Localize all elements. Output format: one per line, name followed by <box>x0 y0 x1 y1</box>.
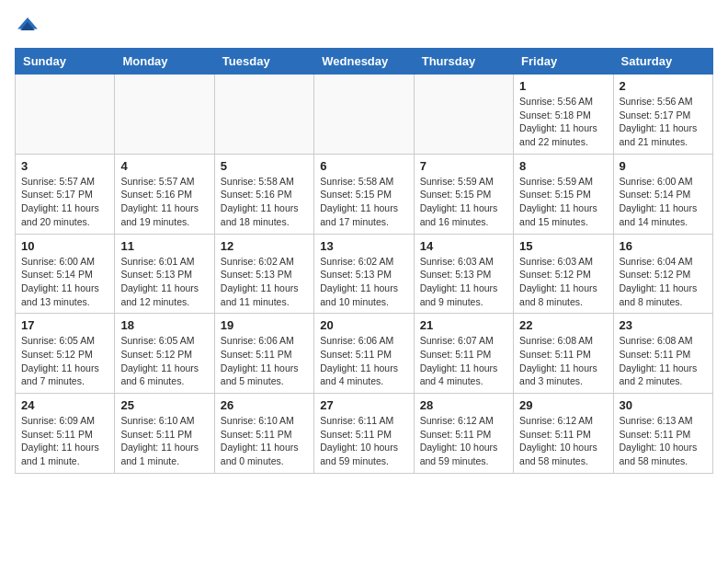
day-info: Sunrise: 6:00 AM Sunset: 5:14 PM Dayligh… <box>620 175 707 229</box>
calendar-cell: 7Sunrise: 5:59 AM Sunset: 5:15 PM Daylig… <box>414 154 513 234</box>
calendar-cell: 23Sunrise: 6:08 AM Sunset: 5:11 PM Dayli… <box>613 314 712 394</box>
day-info: Sunrise: 6:05 AM Sunset: 5:12 PM Dayligh… <box>120 334 208 388</box>
day-info: Sunrise: 6:02 AM Sunset: 5:13 PM Dayligh… <box>320 255 407 309</box>
day-info: Sunrise: 6:12 AM Sunset: 5:11 PM Dayligh… <box>519 414 607 468</box>
day-number: 1 <box>519 79 607 93</box>
weekday-header-friday: Friday <box>514 49 613 75</box>
day-info: Sunrise: 5:56 AM Sunset: 5:17 PM Dayligh… <box>620 95 707 149</box>
calendar-cell: 2Sunrise: 5:56 AM Sunset: 5:17 PM Daylig… <box>613 75 712 155</box>
day-number: 24 <box>21 398 108 412</box>
page-header <box>15 15 713 40</box>
weekday-header-thursday: Thursday <box>414 49 513 75</box>
day-number: 11 <box>120 239 208 253</box>
calendar-table: SundayMondayTuesdayWednesdayThursdayFrid… <box>15 48 713 474</box>
day-number: 30 <box>620 398 707 412</box>
day-info: Sunrise: 6:11 AM Sunset: 5:11 PM Dayligh… <box>320 414 407 468</box>
day-number: 3 <box>21 159 108 173</box>
day-number: 5 <box>221 159 308 173</box>
calendar-cell: 21Sunrise: 6:07 AM Sunset: 5:11 PM Dayli… <box>414 314 513 394</box>
day-number: 6 <box>320 159 407 173</box>
calendar-cell: 4Sunrise: 5:57 AM Sunset: 5:16 PM Daylig… <box>115 154 214 234</box>
day-info: Sunrise: 6:06 AM Sunset: 5:11 PM Dayligh… <box>320 334 407 388</box>
day-number: 8 <box>519 159 607 173</box>
day-number: 15 <box>519 239 607 253</box>
day-info: Sunrise: 5:58 AM Sunset: 5:16 PM Dayligh… <box>221 175 308 229</box>
calendar-cell: 10Sunrise: 6:00 AM Sunset: 5:14 PM Dayli… <box>16 234 115 314</box>
day-info: Sunrise: 5:57 AM Sunset: 5:16 PM Dayligh… <box>120 175 208 229</box>
calendar-cell: 14Sunrise: 6:03 AM Sunset: 5:13 PM Dayli… <box>414 234 513 314</box>
day-number: 4 <box>120 159 208 173</box>
day-number: 7 <box>420 159 507 173</box>
calendar-cell: 5Sunrise: 5:58 AM Sunset: 5:16 PM Daylig… <box>214 154 313 234</box>
weekday-header-monday: Monday <box>115 49 214 75</box>
day-info: Sunrise: 6:06 AM Sunset: 5:11 PM Dayligh… <box>221 334 308 388</box>
day-info: Sunrise: 5:59 AM Sunset: 5:15 PM Dayligh… <box>519 175 607 229</box>
day-info: Sunrise: 6:01 AM Sunset: 5:13 PM Dayligh… <box>120 255 208 309</box>
day-number: 14 <box>420 239 507 253</box>
calendar-cell: 25Sunrise: 6:10 AM Sunset: 5:11 PM Dayli… <box>115 394 214 474</box>
calendar-cell: 22Sunrise: 6:08 AM Sunset: 5:11 PM Dayli… <box>514 314 613 394</box>
day-number: 27 <box>320 398 407 412</box>
calendar-cell <box>214 75 313 155</box>
day-info: Sunrise: 6:10 AM Sunset: 5:11 PM Dayligh… <box>221 414 308 468</box>
day-number: 22 <box>519 318 607 332</box>
day-info: Sunrise: 6:02 AM Sunset: 5:13 PM Dayligh… <box>221 255 308 309</box>
calendar-cell: 11Sunrise: 6:01 AM Sunset: 5:13 PM Dayli… <box>115 234 214 314</box>
day-number: 20 <box>320 318 407 332</box>
calendar-cell: 30Sunrise: 6:13 AM Sunset: 5:11 PM Dayli… <box>613 394 712 474</box>
day-number: 16 <box>620 239 707 253</box>
day-number: 19 <box>221 318 308 332</box>
day-number: 29 <box>519 398 607 412</box>
calendar-cell: 18Sunrise: 6:05 AM Sunset: 5:12 PM Dayli… <box>115 314 214 394</box>
calendar-cell: 1Sunrise: 5:56 AM Sunset: 5:18 PM Daylig… <box>514 75 613 155</box>
calendar-cell: 16Sunrise: 6:04 AM Sunset: 5:12 PM Dayli… <box>613 234 712 314</box>
calendar-cell: 13Sunrise: 6:02 AM Sunset: 5:13 PM Dayli… <box>314 234 414 314</box>
day-number: 10 <box>21 239 108 253</box>
day-info: Sunrise: 5:56 AM Sunset: 5:18 PM Dayligh… <box>519 95 607 149</box>
weekday-header-sunday: Sunday <box>16 49 115 75</box>
day-info: Sunrise: 5:58 AM Sunset: 5:15 PM Dayligh… <box>320 175 407 229</box>
day-info: Sunrise: 6:13 AM Sunset: 5:11 PM Dayligh… <box>620 414 707 468</box>
day-info: Sunrise: 6:03 AM Sunset: 5:12 PM Dayligh… <box>519 255 607 309</box>
calendar-week-row: 10Sunrise: 6:00 AM Sunset: 5:14 PM Dayli… <box>16 234 713 314</box>
day-info: Sunrise: 6:05 AM Sunset: 5:12 PM Dayligh… <box>21 334 108 388</box>
day-number: 12 <box>221 239 308 253</box>
calendar-cell: 3Sunrise: 5:57 AM Sunset: 5:17 PM Daylig… <box>16 154 115 234</box>
calendar-week-row: 24Sunrise: 6:09 AM Sunset: 5:11 PM Dayli… <box>16 394 713 474</box>
calendar-cell: 24Sunrise: 6:09 AM Sunset: 5:11 PM Dayli… <box>16 394 115 474</box>
calendar-cell: 8Sunrise: 5:59 AM Sunset: 5:15 PM Daylig… <box>514 154 613 234</box>
calendar-cell: 19Sunrise: 6:06 AM Sunset: 5:11 PM Dayli… <box>214 314 313 394</box>
day-number: 2 <box>620 79 707 93</box>
calendar-cell <box>314 75 414 155</box>
logo <box>15 15 44 40</box>
day-info: Sunrise: 6:07 AM Sunset: 5:11 PM Dayligh… <box>420 334 507 388</box>
day-info: Sunrise: 6:08 AM Sunset: 5:11 PM Dayligh… <box>620 334 707 388</box>
logo-icon <box>15 15 40 40</box>
day-number: 25 <box>120 398 208 412</box>
day-number: 13 <box>320 239 407 253</box>
day-info: Sunrise: 6:09 AM Sunset: 5:11 PM Dayligh… <box>21 414 108 468</box>
calendar-header-row: SundayMondayTuesdayWednesdayThursdayFrid… <box>16 49 713 75</box>
calendar-cell: 20Sunrise: 6:06 AM Sunset: 5:11 PM Dayli… <box>314 314 414 394</box>
day-number: 18 <box>120 318 208 332</box>
day-info: Sunrise: 5:59 AM Sunset: 5:15 PM Dayligh… <box>420 175 507 229</box>
day-number: 23 <box>620 318 707 332</box>
weekday-header-saturday: Saturday <box>613 49 712 75</box>
day-number: 26 <box>221 398 308 412</box>
calendar-cell: 9Sunrise: 6:00 AM Sunset: 5:14 PM Daylig… <box>613 154 712 234</box>
weekday-header-tuesday: Tuesday <box>214 49 313 75</box>
calendar-cell: 6Sunrise: 5:58 AM Sunset: 5:15 PM Daylig… <box>314 154 414 234</box>
calendar-cell: 26Sunrise: 6:10 AM Sunset: 5:11 PM Dayli… <box>214 394 313 474</box>
weekday-header-wednesday: Wednesday <box>314 49 414 75</box>
day-info: Sunrise: 6:08 AM Sunset: 5:11 PM Dayligh… <box>519 334 607 388</box>
day-number: 9 <box>620 159 707 173</box>
calendar-cell: 28Sunrise: 6:12 AM Sunset: 5:11 PM Dayli… <box>414 394 513 474</box>
calendar-week-row: 3Sunrise: 5:57 AM Sunset: 5:17 PM Daylig… <box>16 154 713 234</box>
day-info: Sunrise: 6:12 AM Sunset: 5:11 PM Dayligh… <box>420 414 507 468</box>
day-number: 21 <box>420 318 507 332</box>
day-info: Sunrise: 6:04 AM Sunset: 5:12 PM Dayligh… <box>620 255 707 309</box>
day-info: Sunrise: 6:10 AM Sunset: 5:11 PM Dayligh… <box>120 414 208 468</box>
calendar-week-row: 17Sunrise: 6:05 AM Sunset: 5:12 PM Dayli… <box>16 314 713 394</box>
calendar-cell <box>16 75 115 155</box>
calendar-cell <box>414 75 513 155</box>
